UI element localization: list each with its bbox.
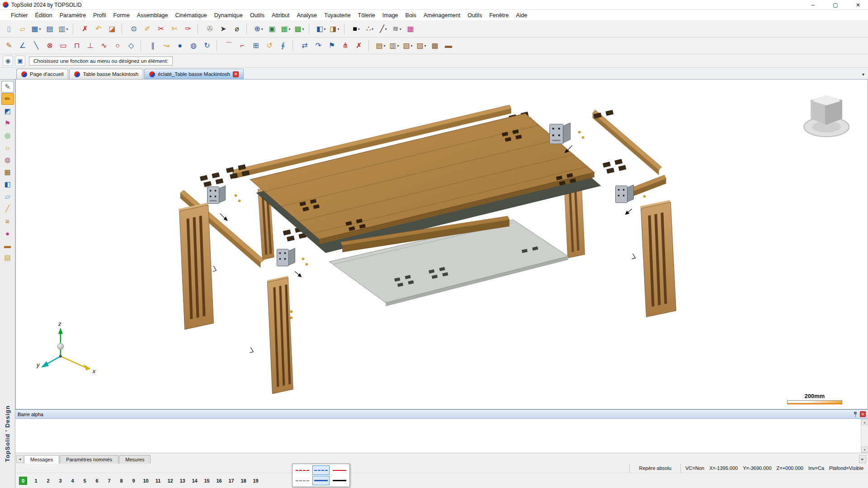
menu-item[interactable]: Paramètre xyxy=(56,11,90,20)
menu-item[interactable]: Bois xyxy=(402,11,420,20)
output-tab-parametres-nommes[interactable]: Paramètres nommés xyxy=(60,455,118,464)
wood-machining-icon[interactable]: ▩ ▾ xyxy=(429,39,441,52)
dropdown-arrow-icon[interactable]: ▾ xyxy=(358,27,360,31)
dropdown-arrow-icon[interactable]: ▾ xyxy=(66,27,68,31)
grid-display-icon[interactable]: ▦ ▾ xyxy=(279,23,292,35)
layer-number-button[interactable]: 13 xyxy=(176,478,189,483)
select-pencil-icon[interactable]: ✎ xyxy=(1,81,14,93)
layer-number-button[interactable]: 18 xyxy=(237,478,250,483)
layer-number-button[interactable]: 19 xyxy=(250,478,262,483)
layer-number-button[interactable]: 10 xyxy=(140,478,152,483)
scroll-up-icon[interactable]: ▲ xyxy=(861,419,868,425)
board-tool-icon[interactable]: ▬ xyxy=(1,239,14,251)
zoom-plus-icon[interactable]: ⊕ ▾ xyxy=(252,23,265,35)
dropdown-arrow-icon[interactable]: ▾ xyxy=(289,27,291,31)
layer-number-button[interactable]: 7 xyxy=(103,478,115,483)
tab-overflow-chevron-icon[interactable]: ▾ xyxy=(862,72,864,77)
dropdown-arrow-icon[interactable]: ▾ xyxy=(397,44,399,48)
tabs-scroll-right-icon[interactable]: ► xyxy=(859,455,866,463)
polygon-icon[interactable]: ◇ ▾ xyxy=(125,39,137,52)
menu-item[interactable]: Dynamique xyxy=(211,11,246,20)
alpha-bar-content[interactable] xyxy=(15,419,861,453)
dropdown-arrow-icon[interactable]: ▾ xyxy=(411,44,413,48)
parallel-lines-icon[interactable]: ∥ ▾ xyxy=(146,39,159,52)
output-tab-messages[interactable]: Messages xyxy=(24,455,59,464)
exploded-table-model[interactable] xyxy=(179,105,676,394)
line-style-solid-black[interactable] xyxy=(331,476,348,485)
split-icon[interactable]: ⋔ ▾ xyxy=(339,39,352,52)
document-report-icon[interactable]: ▤ ▾ xyxy=(43,23,56,35)
dropdown-arrow-icon[interactable]: ▾ xyxy=(400,27,401,31)
menu-item[interactable]: Profil xyxy=(90,11,109,20)
layer-number-button[interactable]: 14 xyxy=(189,478,201,483)
keys-icon[interactable]: ✇ ▾ xyxy=(203,23,216,35)
leg-far-left[interactable] xyxy=(179,203,214,330)
ring-icon[interactable]: ○ xyxy=(1,142,14,154)
zoom-window-icon[interactable]: ▣ ▾ xyxy=(266,23,278,35)
frame-icon[interactable]: ⊓ ▾ xyxy=(71,39,83,52)
flag-constraint-icon[interactable]: ⚑ ▾ xyxy=(326,39,338,52)
loop-icon[interactable]: ↺ ▾ xyxy=(263,39,276,52)
layer-number-button[interactable]: 0 xyxy=(19,477,27,485)
tab-eclate-table-basse-mackintosh[interactable]: éclaté_Table basse Mackintosh ✕ xyxy=(144,69,244,79)
edit-element-icon[interactable]: ✐ ▾ xyxy=(141,23,154,35)
delete-icon[interactable]: ✗ ▾ xyxy=(79,23,91,35)
viewpoint-icon[interactable]: ◉ xyxy=(3,56,13,66)
rectangle-icon[interactable]: ▭ ▾ xyxy=(57,39,70,52)
delete-segment-icon[interactable]: ✗ ▾ xyxy=(353,39,365,52)
leader-arrow-icon[interactable]: ↝ ▾ xyxy=(160,39,173,52)
ruler-tool-icon[interactable]: ╱ xyxy=(1,203,14,215)
cut-tool-icon[interactable]: ✂ ▾ xyxy=(155,23,167,35)
translate-icon[interactable]: ⇄ ▾ xyxy=(298,39,311,52)
leg-front-left[interactable] xyxy=(267,276,293,394)
layer-number-button[interactable]: 17 xyxy=(225,478,237,483)
rotate-copy-icon[interactable]: ↷ ▾ xyxy=(312,39,325,52)
layer-number-button[interactable]: 15 xyxy=(201,478,213,483)
menu-item[interactable]: Analyse xyxy=(293,11,321,20)
layer-number-button[interactable]: 12 xyxy=(164,478,176,483)
menu-item[interactable]: Assemblage xyxy=(133,11,172,20)
graphics-viewport[interactable]: z y x 200mm xyxy=(15,80,868,409)
point-style-icon[interactable]: ∴ ▾ xyxy=(363,23,376,35)
scroll-down-icon[interactable]: ▼ xyxy=(861,446,868,453)
wood-panel-icon[interactable]: ▤ ▾ xyxy=(374,39,387,52)
point-delete-icon[interactable]: ⊗ ▾ xyxy=(43,39,56,52)
menu-item[interactable]: Aide xyxy=(512,11,531,20)
save-icon[interactable]: ▦ ▾ xyxy=(30,23,42,35)
leg-right[interactable] xyxy=(640,200,676,317)
menu-item[interactable]: Outils xyxy=(246,11,268,20)
layer-number-button[interactable]: 5 xyxy=(79,478,91,483)
profile-icon[interactable]: ∮ ▾ xyxy=(277,39,289,52)
view-orientation-widget[interactable] xyxy=(804,97,849,137)
assembly-view-icon[interactable]: ◧ ▾ xyxy=(315,23,327,35)
menu-item[interactable]: Outils xyxy=(464,11,486,20)
close-tab-icon[interactable]: ✕ xyxy=(233,71,239,77)
dropdown-arrow-icon[interactable]: ▾ xyxy=(39,27,41,31)
layer-manager-icon[interactable]: ▦ ▾ xyxy=(404,23,417,35)
arc-icon[interactable]: ⌒ ▾ xyxy=(222,39,235,52)
line-style-dashdot-gray[interactable] xyxy=(294,476,311,485)
dropdown-arrow-icon[interactable]: ▾ xyxy=(324,27,326,31)
render-mode-icon[interactable]: ◨ ▾ xyxy=(328,23,341,35)
alpha-scrollbar[interactable]: ▲ ▼ xyxy=(861,419,868,453)
dropdown-arrow-icon[interactable]: ▾ xyxy=(385,27,387,31)
menu-item[interactable]: Image xyxy=(379,11,402,20)
menu-item[interactable]: Fichier xyxy=(7,11,32,20)
wood-joint-icon[interactable]: ▨ ▾ xyxy=(415,39,428,52)
layer-number-button[interactable]: 6 xyxy=(91,478,103,483)
print-icon[interactable]: ▥ ▾ xyxy=(57,23,70,35)
spline-icon[interactable]: ∿ ▾ xyxy=(98,39,110,52)
close-button[interactable]: ✕ xyxy=(848,0,868,10)
tab-page-accueil[interactable]: Page d'accueil ✕ xyxy=(16,69,68,79)
help-cursor-icon[interactable]: ➤ ▾ xyxy=(217,23,230,35)
line-icon[interactable]: ╲ ▾ xyxy=(30,39,42,52)
sketch-pencil-icon[interactable]: ✎ ▾ xyxy=(3,39,15,52)
sphere-icon[interactable]: ◍ ▾ xyxy=(187,39,200,52)
angle-line-icon[interactable]: ∠ ▾ xyxy=(16,39,29,52)
menu-item[interactable]: Attribut xyxy=(268,11,293,20)
wrench-tool-icon[interactable]: ✑ ▾ xyxy=(182,23,194,35)
line-style-dashdot-red[interactable] xyxy=(294,465,311,475)
menu-item[interactable]: Fenêtre xyxy=(486,11,512,20)
stairs-tool-icon[interactable]: ≡ xyxy=(1,215,14,227)
output-tab-mesures[interactable]: Mesures xyxy=(119,455,151,464)
